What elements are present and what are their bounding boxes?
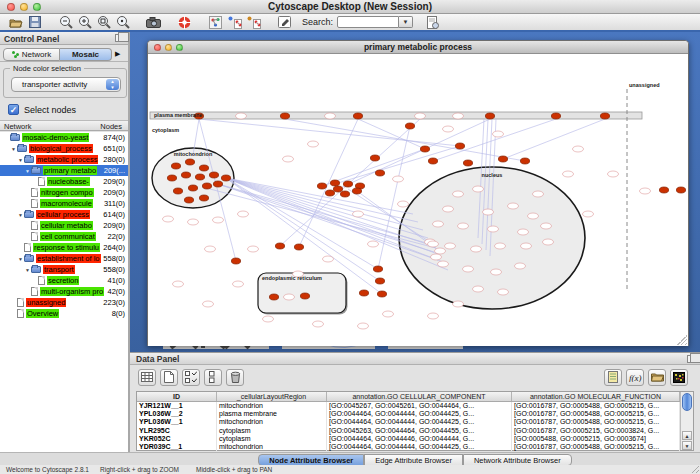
network-node-label[interactable]: [431, 254, 442, 260]
tree-item-transport[interactable]: ▼transport558(0): [0, 264, 128, 275]
network-node[interactable]: [325, 190, 334, 196]
window-resize-grip[interactable]: [677, 335, 687, 345]
network-node[interactable]: [373, 266, 382, 272]
tab-node-attribute-browser[interactable]: Node Attribute Browser: [258, 454, 364, 466]
network-node-label[interactable]: [188, 219, 199, 225]
tree-item-secretion[interactable]: secretion41(0): [0, 275, 128, 286]
plugin-network-icon[interactable]: [208, 15, 223, 29]
network-node-label[interactable]: [491, 269, 502, 275]
network-node[interactable]: [199, 195, 208, 201]
network-node[interactable]: [275, 243, 284, 249]
import-attributes-icon[interactable]: [604, 369, 622, 386]
tree-item-unassigned[interactable]: unassigned223(0): [0, 297, 128, 308]
scroll-down-icon[interactable]: ▼: [682, 441, 692, 450]
network-node[interactable]: [171, 163, 180, 169]
network-node-label[interactable]: [498, 289, 509, 295]
network-node-label[interactable]: [383, 311, 394, 317]
tab-network[interactable]: Network: [3, 48, 60, 61]
network-node[interactable]: [269, 294, 278, 300]
column-header[interactable]: ID: [137, 392, 217, 401]
tree-item-nucleobase-[interactable]: nucleobase-209(0): [0, 176, 128, 187]
open-attribute-file-icon[interactable]: [648, 369, 666, 386]
zoom-button[interactable]: [176, 44, 183, 51]
network-node[interactable]: [352, 188, 361, 194]
network-node-label[interactable]: [233, 281, 244, 287]
network-node-label[interactable]: [471, 246, 482, 252]
float-panel-icon[interactable]: [687, 355, 696, 363]
table-row[interactable]: YJR121W__1mitochondrion[GO:0045267, GO:0…: [137, 402, 693, 410]
network-node[interactable]: [167, 175, 176, 181]
float-panel-icon[interactable]: [115, 34, 124, 42]
network-node-label[interactable]: [453, 113, 464, 119]
network-node[interactable]: [185, 159, 194, 165]
network-node-label[interactable]: [563, 171, 574, 177]
network-node-label[interactable]: [248, 246, 259, 252]
table-row[interactable]: YKR052Ccytoplasm[GO:0044464, GO:0044446,…: [137, 435, 693, 443]
network-node[interactable]: [202, 183, 211, 189]
network-node[interactable]: [300, 293, 309, 299]
network-node-label[interactable]: [640, 188, 651, 194]
network-node-label[interactable]: [528, 213, 539, 219]
network-node-label[interactable]: [483, 209, 494, 215]
network-node[interactable]: [353, 113, 362, 119]
network-node[interactable]: [173, 188, 182, 194]
network-node[interactable]: [377, 291, 386, 297]
network-node[interactable]: [676, 187, 685, 193]
tree-item-cell-communicat[interactable]: cell communicat22(0): [0, 231, 128, 242]
network-node-label[interactable]: [325, 113, 336, 119]
network-node[interactable]: [213, 181, 222, 187]
minimize-button[interactable]: [165, 44, 172, 51]
attribute-table-header[interactable]: ID_cellularLayoutRegionannotation.GO CEL…: [137, 392, 693, 402]
network-node-label[interactable]: [313, 321, 324, 327]
attribute-table-icon[interactable]: [138, 369, 156, 386]
open-icon[interactable]: [8, 15, 23, 29]
function-builder-icon[interactable]: f(x): [626, 369, 644, 386]
zoom-out-icon[interactable]: [58, 15, 73, 29]
tab-edge-attribute-browser[interactable]: Edge Attribute Browser: [364, 454, 463, 466]
tree-item-multi-organism-pro[interactable]: multi-organism pro42(0): [0, 286, 128, 297]
table-row[interactable]: YPL036W__2plasma membrane[GO:0044464, GO…: [137, 410, 693, 418]
network-node[interactable]: [520, 158, 529, 164]
minimize-button[interactable]: [20, 3, 28, 11]
zoom-fit-icon[interactable]: [115, 15, 130, 29]
plugin-annotation-1-icon[interactable]: [227, 15, 242, 29]
network-node-label[interactable]: [473, 286, 484, 292]
search-dropdown-button[interactable]: ▼: [399, 16, 413, 28]
network-node[interactable]: [455, 143, 464, 149]
network-node[interactable]: [405, 123, 414, 129]
network-node[interactable]: [209, 172, 218, 178]
edit-search-settings-icon[interactable]: [277, 15, 292, 29]
network-node[interactable]: [420, 146, 429, 152]
network-node-label[interactable]: [518, 229, 529, 235]
scrollbar-thumb[interactable]: [682, 393, 692, 411]
tree-item-cellular-process[interactable]: ▼cellular process614(0): [0, 209, 128, 220]
network-node-label[interactable]: [263, 316, 274, 322]
network-node-label[interactable]: [238, 211, 249, 217]
network-node-label[interactable]: [495, 243, 506, 249]
network-node[interactable]: [199, 165, 208, 171]
network-node-label[interactable]: [435, 248, 446, 254]
table-scrollbar[interactable]: ▲ ▼: [680, 392, 693, 450]
network-node[interactable]: [340, 191, 349, 197]
network-node[interactable]: [181, 172, 190, 178]
network-node[interactable]: [463, 160, 472, 166]
network-node[interactable]: [551, 113, 560, 119]
network-edge[interactable]: [199, 119, 460, 146]
more-tabs-arrow-icon[interactable]: ▶: [115, 50, 120, 58]
zoom-button[interactable]: [33, 3, 41, 11]
select-nodes-checkbox[interactable]: ✓: [8, 104, 19, 115]
search-input[interactable]: [337, 16, 399, 28]
expand-arrow-icon[interactable]: ▼: [10, 146, 17, 152]
network-node-label[interactable]: [453, 301, 464, 307]
network-node-label[interactable]: [393, 176, 404, 182]
network-canvas[interactable]: plasma membranecytoplasmmitochondrionnuc…: [148, 54, 688, 346]
network-node-label[interactable]: [203, 301, 214, 307]
network-node-label[interactable]: [463, 266, 474, 272]
column-header[interactable]: annotation.GO MOLECULAR_FUNCTION: [512, 392, 680, 401]
network-node[interactable]: [370, 155, 379, 161]
close-button[interactable]: [154, 44, 161, 51]
new-attribute-icon[interactable]: [160, 369, 178, 386]
network-node[interactable]: [221, 175, 230, 181]
network-node[interactable]: [375, 278, 384, 284]
tree-item-nitrogen-compo[interactable]: nitrogen compo209(0): [0, 187, 128, 198]
